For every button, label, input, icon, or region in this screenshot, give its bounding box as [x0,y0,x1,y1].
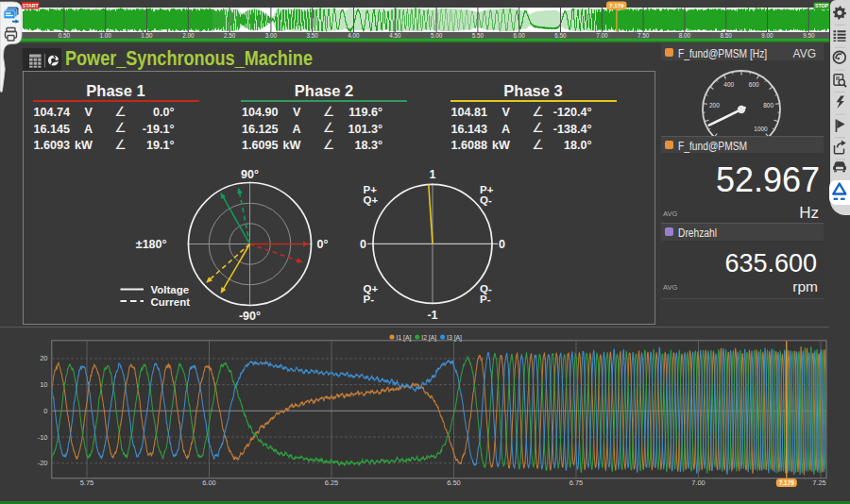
svg-text:Voltage: Voltage [150,284,189,295]
svg-text:10: 10 [40,380,47,389]
svg-text:9.00: 9.00 [761,32,774,39]
svg-text:90°: 90° [241,167,259,180]
svg-text:0°: 0° [316,238,328,251]
svg-text:6.50: 6.50 [447,479,461,487]
svg-text:4.00: 4.00 [348,32,360,39]
svg-text:800: 800 [763,102,774,109]
svg-text:-20: -20 [38,459,48,467]
svg-text:-10: -10 [38,433,48,442]
svg-text:3.00: 3.00 [265,32,278,39]
svg-text:6.25: 6.25 [325,479,339,487]
svg-text:STOP: STOP [815,3,829,8]
svg-text:5.50: 5.50 [472,32,484,39]
svg-text:400: 400 [723,81,734,88]
svg-text:6.00: 6.00 [202,479,216,487]
svg-text:-90°: -90° [238,309,260,322]
svg-text:P+: P+ [480,183,494,194]
svg-text:1.00: 1.00 [100,32,112,39]
svg-text:0: 0 [499,237,505,250]
svg-text:20: 20 [40,354,47,362]
svg-text:7.179: 7.179 [609,2,624,8]
svg-text:3.50: 3.50 [307,32,319,39]
svg-text:6.50: 6.50 [554,32,567,39]
svg-text:200: 200 [709,102,720,109]
svg-text:Q-: Q- [480,194,492,206]
svg-text:-1: -1 [427,309,437,322]
svg-text:9.50: 9.50 [803,32,815,39]
svg-text:Q+: Q+ [363,282,378,294]
svg-text:8.00: 8.00 [679,32,691,39]
svg-text:0: 0 [360,237,366,250]
svg-text:7.50: 7.50 [638,32,650,39]
svg-text:7.00: 7.00 [691,479,706,487]
svg-text:8.50: 8.50 [721,32,733,39]
svg-text:±180°: ±180° [135,238,166,251]
svg-text:6.75: 6.75 [570,479,584,487]
svg-text:I1 [A]: I1 [A] [397,334,412,342]
svg-text:1: 1 [429,168,435,181]
svg-text:0.50: 0.50 [59,32,71,39]
svg-text:Q+: Q+ [363,194,378,206]
svg-text:600: 600 [749,81,759,88]
svg-text:0: 0 [43,407,47,415]
svg-text:1.50: 1.50 [141,32,153,39]
svg-text:Current: Current [150,295,190,307]
svg-text:6.00: 6.00 [514,32,526,39]
svg-text:P-: P- [363,294,374,305]
svg-text:7.25: 7.25 [812,479,826,487]
svg-text:7.00: 7.00 [596,32,608,39]
svg-text:I2 [A]: I2 [A] [421,334,436,342]
svg-text:2.50: 2.50 [224,32,236,39]
svg-text:I3 [A]: I3 [A] [447,334,462,342]
svg-text:2.00: 2.00 [182,32,195,39]
svg-text:1000: 1000 [754,126,768,132]
svg-text:7.179: 7.179 [779,479,795,486]
svg-text:4.50: 4.50 [389,32,401,39]
svg-text:5.00: 5.00 [431,32,443,39]
svg-text:Q-: Q- [480,282,492,294]
svg-text:5.75: 5.75 [80,479,94,487]
svg-text:P+: P+ [363,183,377,194]
svg-text:P-: P- [480,294,491,305]
